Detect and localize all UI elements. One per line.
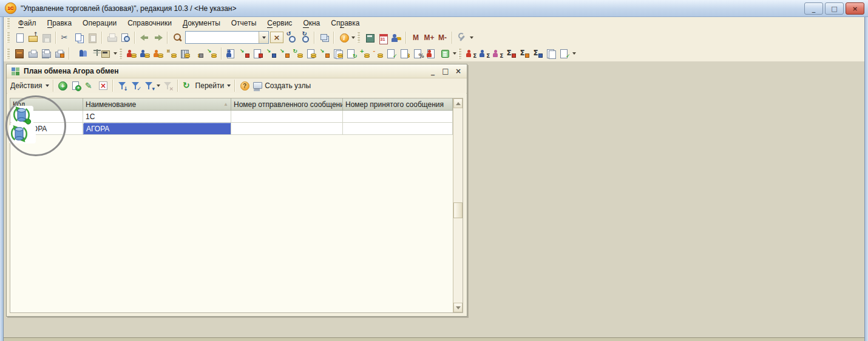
doc-percent-button[interactable]: %	[412, 47, 425, 60]
info-dropdown[interactable]	[350, 31, 356, 44]
cell[interactable]	[231, 123, 343, 135]
incoming-order-button[interactable]: ↘	[278, 47, 291, 60]
column-header-3[interactable]: Номер принятого сообщения	[343, 98, 453, 111]
menu-documents[interactable]: Документы	[177, 18, 226, 29]
info-button[interactable]	[337, 31, 350, 44]
maximize-button[interactable]: □	[825, 2, 844, 15]
cell[interactable]	[343, 123, 453, 135]
report-check-button[interactable]: ✓	[558, 47, 571, 60]
filter-clear-button[interactable]: ×	[161, 79, 175, 92]
filter-history-button[interactable]: ▾	[143, 79, 156, 92]
menu-windows[interactable]: Окна	[297, 18, 325, 29]
actions-menu-button[interactable]: Действия	[9, 79, 50, 92]
supplier-cash-button[interactable]	[138, 47, 152, 60]
scroll-up-button[interactable]	[453, 98, 463, 108]
column-header-1[interactable]: Наименование▲	[83, 98, 231, 111]
remove-coins-button[interactable]: -	[371, 47, 385, 60]
menu-help[interactable]: Справка	[325, 18, 365, 29]
report-contact-button[interactable]: Σ	[491, 47, 504, 60]
paste-button[interactable]	[86, 31, 99, 44]
back-button[interactable]	[138, 31, 151, 44]
print-form-button[interactable]	[39, 47, 53, 60]
counterparties-button[interactable]	[72, 47, 86, 60]
memory-minus-button[interactable]: М-	[436, 31, 449, 44]
print-document-button[interactable]	[26, 47, 39, 60]
report-list-button[interactable]	[544, 47, 558, 60]
docs-coins-button[interactable]	[331, 47, 345, 60]
menu-catalogs[interactable]: Справочники	[122, 18, 177, 29]
coins-flow-button[interactable]: ↘	[205, 47, 219, 60]
memory-plus-button[interactable]: М+	[422, 31, 436, 44]
user-lock-button[interactable]	[390, 31, 403, 44]
cell[interactable]	[231, 111, 343, 123]
cut-button[interactable]	[59, 31, 72, 44]
clear-search-button[interactable]	[270, 32, 283, 43]
cell[interactable]	[343, 111, 453, 123]
menubar-grip[interactable]	[7, 18, 10, 29]
edit-button[interactable]	[83, 79, 97, 92]
menu-operations[interactable]: Операции	[77, 18, 122, 29]
person-doc-button[interactable]	[425, 47, 438, 60]
windows-list-button[interactable]	[317, 31, 331, 44]
close-button[interactable]: ×	[846, 2, 864, 15]
cash-box-button[interactable]	[192, 47, 205, 60]
print-orange-button[interactable]	[53, 47, 66, 60]
incoming-cube-button[interactable]: ↘	[238, 47, 251, 60]
new-document-button[interactable]	[13, 31, 26, 44]
settings-button[interactable]	[455, 31, 469, 44]
doc-person-button[interactable]	[225, 47, 238, 60]
memory-button[interactable]: М	[409, 31, 422, 44]
incoming-invoice-button[interactable]: ↘	[265, 47, 278, 60]
add-button[interactable]	[56, 79, 70, 92]
child-close-button[interactable]: ×	[453, 66, 463, 76]
doc-person-cube-button[interactable]	[251, 47, 265, 60]
find-next-button[interactable]	[298, 31, 311, 44]
help-button[interactable]	[238, 79, 251, 92]
find-previous-button[interactable]	[285, 31, 298, 44]
filter-dropdown[interactable]	[156, 79, 161, 92]
register-dropdown[interactable]	[112, 47, 118, 60]
table-row[interactable]: АГОРААГОРА	[10, 123, 463, 135]
print-button[interactable]	[105, 31, 118, 44]
open-button[interactable]	[26, 31, 39, 44]
column-header-2[interactable]: Номер отправленного сообщения	[231, 98, 343, 111]
filter-sort-button[interactable]: ↓	[116, 79, 129, 92]
copy-add-button[interactable]	[70, 79, 83, 92]
scales-button[interactable]	[86, 47, 99, 60]
doc-coins-button[interactable]	[305, 47, 318, 60]
doc-refresh-button[interactable]: ↻	[345, 47, 358, 60]
forward-button[interactable]	[151, 31, 164, 44]
filter-by-value-button[interactable]: ✓	[129, 79, 143, 92]
search-dropdown[interactable]	[259, 32, 268, 43]
goto-menu-button[interactable]: Перейти	[194, 79, 232, 92]
calculator-button[interactable]	[363, 31, 376, 44]
menu-reports[interactable]: Отчеты	[226, 18, 262, 29]
transfer-cube-button[interactable]: ↘	[318, 47, 331, 60]
doc-check-button[interactable]: ✓	[385, 47, 398, 60]
docs-dropdown[interactable]	[452, 47, 457, 60]
copy-button[interactable]	[72, 31, 86, 44]
cell[interactable]: 1С	[83, 111, 231, 123]
coins-refresh-button[interactable]: ↻	[291, 47, 305, 60]
refresh-button[interactable]	[181, 79, 194, 92]
coins-list-button[interactable]	[398, 47, 412, 60]
main-titlebar[interactable]: 1С "Управление торговлей (базовая)", ред…	[0, 0, 868, 17]
cell[interactable]: АГОРА	[83, 123, 231, 135]
scroll-down-button[interactable]	[453, 303, 463, 312]
create-nodes-button[interactable]: Создать узлы	[251, 79, 312, 92]
exchange-node-tree-button[interactable]	[438, 47, 452, 60]
report-customer-button[interactable]: Σ	[464, 47, 478, 60]
child-minimize-button[interactable]: _	[428, 66, 438, 76]
bank-coins-button[interactable]	[178, 47, 192, 60]
print-preview-button[interactable]	[118, 31, 132, 44]
vertical-scrollbar[interactable]	[453, 98, 463, 312]
delete-button[interactable]	[97, 79, 110, 92]
journal-archive-button[interactable]	[13, 47, 26, 60]
child-maximize-button[interactable]: □	[441, 66, 450, 76]
table-row[interactable]: 1С	[10, 111, 463, 123]
menu-edit[interactable]: Правка	[42, 18, 78, 29]
cash-register-button[interactable]	[99, 47, 112, 60]
report-stock-button[interactable]: Σ	[531, 47, 544, 60]
minimize-button[interactable]: _	[804, 2, 823, 15]
calendar-button[interactable]	[376, 31, 390, 44]
